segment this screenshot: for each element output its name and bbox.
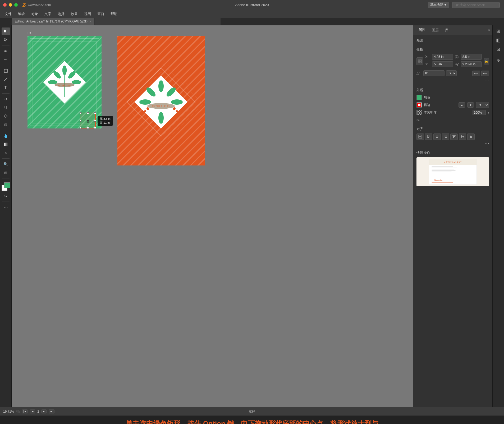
opacity-input[interactable]	[473, 110, 486, 115]
free-transform-tool[interactable]: ⊡	[2, 121, 10, 128]
stroke-color-swatch[interactable]	[416, 102, 422, 108]
opacity-more[interactable]: ›	[488, 110, 489, 115]
menu-type[interactable]: 文字	[42, 11, 54, 17]
selection-box[interactable]: ⬍ 宽:8.5 in 高:11 in	[80, 113, 96, 128]
constrain-proportions-icon[interactable]: 🔒	[484, 58, 489, 64]
color-swatches[interactable]	[2, 182, 10, 191]
align-bottom-btn[interactable]	[467, 133, 475, 140]
svg-point-42	[144, 110, 146, 112]
prev-page-btn[interactable]: |◄	[22, 409, 28, 413]
selection-tool[interactable]	[2, 27, 10, 35]
sel-handle-tc[interactable]	[87, 112, 89, 114]
sel-handle-bl[interactable]	[80, 127, 81, 129]
text-tool[interactable]: T	[2, 84, 10, 91]
rectangle-tool[interactable]	[2, 67, 10, 75]
pencil-tool[interactable]: ✏	[2, 56, 10, 63]
align-center-v-btn[interactable]	[459, 133, 466, 140]
x-input[interactable]	[432, 54, 453, 60]
eyedropper-tool[interactable]: 💧	[2, 132, 10, 140]
tool-separator-7	[2, 201, 10, 201]
sel-handle-bc[interactable]	[87, 127, 89, 129]
next-artboard-btn[interactable]: ►	[41, 409, 47, 413]
align-center-h-btn[interactable]	[433, 133, 441, 140]
tab-close-button[interactable]: ✕	[89, 20, 91, 23]
menu-effect[interactable]: 效果	[68, 11, 80, 17]
menu-file[interactable]: 文件	[2, 11, 14, 17]
artboard-1-label: Rit	[28, 31, 31, 34]
artboard-1[interactable]: Rit	[28, 36, 102, 128]
left-toolbar: ✒ ✏ T ↺ ⊡ 💧 ⧖ 🔍 ⊞ ⇆	[0, 25, 12, 407]
flip-horizontal-btn[interactable]: ⟺	[472, 71, 480, 76]
tab-properties[interactable]: 属性	[415, 26, 429, 34]
workspace-selector[interactable]: 基本功能 ▼	[428, 2, 449, 8]
search-input[interactable]	[452, 2, 500, 8]
next-page-btn[interactable]: ►|	[49, 409, 55, 413]
stroke-weight-up[interactable]: ▲	[459, 102, 465, 108]
scale-tool[interactable]	[2, 104, 10, 111]
artboard-tool[interactable]: ⊞	[2, 169, 10, 176]
svg-rect-49	[420, 60, 421, 61]
far-right-icon-4[interactable]: ⊙	[494, 57, 503, 64]
tab-library[interactable]: 库	[442, 26, 452, 34]
menu-help[interactable]: 帮助	[108, 11, 120, 17]
sel-handle-ml[interactable]	[80, 120, 81, 122]
height-input[interactable]	[461, 61, 482, 67]
menu-edit[interactable]: 编辑	[15, 11, 28, 17]
prev-artboard-btn[interactable]: ◄	[30, 409, 35, 413]
tool-separator-2	[2, 65, 10, 65]
document-tab[interactable]: Editing_Artboards.ai* @ 19.71% (CMYK/GPU…	[12, 18, 95, 25]
sel-handle-tl[interactable]	[80, 112, 81, 114]
tab-layers[interactable]: 图层	[429, 26, 442, 34]
panel-expand-icon[interactable]: »	[488, 28, 490, 33]
svg-rect-56	[428, 137, 429, 138]
appearance-more-btn[interactable]: ⋯	[485, 117, 489, 122]
tooltip-height: 高:11 in	[100, 121, 111, 125]
align-top-btn[interactable]	[450, 133, 458, 140]
angle-dropdown[interactable]: ▼	[446, 70, 457, 76]
menu-view[interactable]: 视图	[81, 11, 94, 17]
zoom-tool[interactable]: 🔍	[2, 160, 10, 168]
flip-vertical-btn[interactable]: ⟻	[481, 71, 489, 76]
sel-handle-br[interactable]	[94, 127, 96, 129]
blend-tool[interactable]: ⧖	[2, 149, 10, 156]
transform-more[interactable]: ⋯	[416, 78, 489, 84]
far-right-icon-2[interactable]: ◧	[494, 36, 503, 44]
menu-window[interactable]: 窗口	[95, 11, 107, 17]
line-tool[interactable]	[2, 76, 10, 83]
close-button[interactable]	[3, 3, 7, 7]
width-input[interactable]	[461, 54, 482, 60]
maximize-button[interactable]	[14, 3, 18, 7]
reshape-tool[interactable]	[2, 112, 10, 120]
artboard-2[interactable]: NATURALISTS	[117, 36, 205, 165]
right-panel: 属性 图层 库 » 矩形 变换	[413, 25, 492, 407]
svg-rect-71	[471, 136, 472, 138]
align-right-btn[interactable]	[442, 133, 449, 140]
svg-text:Naturalist: Naturalist	[434, 179, 443, 182]
align-left-btn[interactable]	[425, 133, 432, 140]
direct-selection-tool[interactable]	[2, 36, 10, 43]
align-more[interactable]: ⋯	[416, 140, 489, 146]
menu-select[interactable]: 选择	[55, 11, 67, 17]
canvas-area[interactable]: Rit	[12, 25, 413, 407]
panel-scroll[interactable]: 矩形 变换 X: 宽:	[413, 35, 492, 407]
rotate-tool[interactable]: ↺	[2, 95, 10, 103]
far-right-icon-1[interactable]: ⊞	[494, 27, 503, 35]
align-artboard-btn[interactable]	[416, 133, 424, 140]
swap-colors[interactable]: ⇆	[2, 192, 10, 199]
more-tools[interactable]: ⋯	[2, 203, 10, 211]
gradient-tool[interactable]	[2, 141, 10, 148]
foreground-color[interactable]	[4, 182, 10, 188]
menu-object[interactable]: 对象	[29, 11, 41, 17]
sel-handle-tr[interactable]	[94, 112, 96, 114]
fill-color-swatch[interactable]	[416, 95, 422, 100]
link-proportions-icon[interactable]	[416, 57, 423, 65]
pen-tool[interactable]: ✒	[2, 47, 10, 55]
far-right-icon-3[interactable]: ⊡	[494, 45, 503, 53]
minimize-button[interactable]	[9, 3, 12, 7]
stroke-dropdown[interactable]: ▼	[476, 102, 489, 108]
tab-label: Editing_Artboards.ai* @ 19.71% (CMYK/GPU…	[15, 19, 88, 24]
stroke-weight-down[interactable]: ▼	[467, 102, 474, 108]
sel-handle-mr[interactable]	[94, 120, 96, 122]
angle-input[interactable]	[423, 70, 445, 76]
y-input[interactable]	[432, 61, 453, 67]
